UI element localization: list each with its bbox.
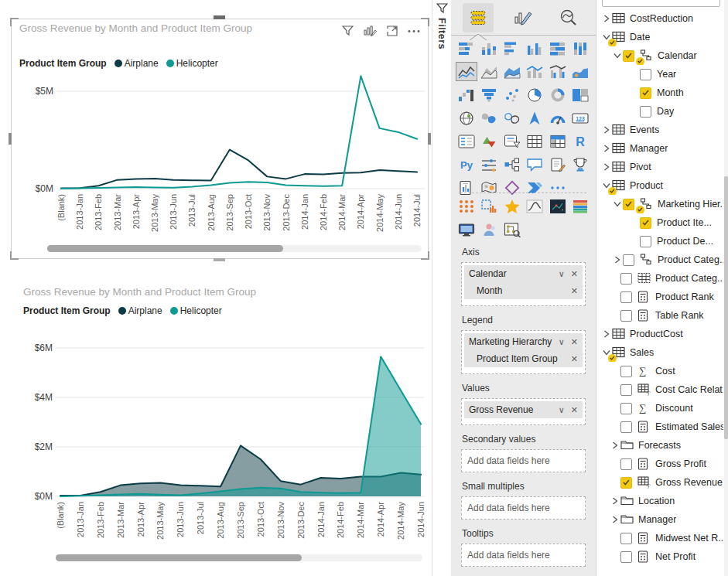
- stacked-bar-chart-icon[interactable]: [456, 39, 477, 58]
- multi-row-card-icon[interactable]: [456, 131, 477, 151]
- tab-format-visual[interactable]: [508, 3, 538, 32]
- chevron-down-icon[interactable]: ∨: [559, 405, 565, 415]
- field-row-calendar[interactable]: Calendar: [596, 46, 723, 65]
- checkbox-table-rank[interactable]: [620, 310, 632, 322]
- remove-field-icon[interactable]: ✕: [571, 405, 578, 415]
- hundred-stacked-column-chart-icon[interactable]: [569, 39, 591, 58]
- field-row-product-categ[interactable]: Product Categ...: [596, 251, 723, 269]
- custom-star-icon[interactable]: [501, 196, 523, 216]
- shape-map-icon[interactable]: [501, 108, 523, 128]
- custom-org-explorer-icon[interactable]: [501, 220, 523, 239]
- checkbox-year[interactable]: [640, 69, 651, 80]
- tab-build-visual[interactable]: [463, 3, 494, 32]
- checkbox-day[interactable]: [640, 106, 651, 118]
- well-legend[interactable]: Marketing Hierarchy∨✕Product Item Group✕: [461, 330, 586, 374]
- expand-chevron-icon[interactable]: [600, 329, 612, 339]
- field-row-product-rank[interactable]: Product Rank: [596, 288, 723, 306]
- legend-item-helicopter[interactable]: Helicopter: [170, 305, 222, 316]
- checkbox-product-de[interactable]: [640, 236, 651, 247]
- more-options-icon[interactable]: [547, 178, 569, 197]
- expand-chevron-icon[interactable]: [609, 496, 620, 506]
- custom-scatter-dark-icon[interactable]: [547, 196, 569, 216]
- field-row-discount[interactable]: ∑Discount: [596, 399, 723, 418]
- custom-people-icon[interactable]: [478, 220, 500, 239]
- area-chart-icon[interactable]: [478, 62, 500, 81]
- chart-h-scrollbar[interactable]: [56, 554, 422, 561]
- fields-scrollbar[interactable]: [724, 0, 728, 576]
- custom-play-axis-icon[interactable]: [478, 196, 500, 216]
- chart-h-scrollbar-thumb[interactable]: [56, 554, 302, 561]
- expand-chevron-icon[interactable]: [600, 143, 612, 154]
- smart-narrative-icon[interactable]: [547, 155, 569, 174]
- field-pill-calendar[interactable]: Calendar∨✕: [464, 265, 583, 282]
- report-canvas[interactable]: Gross Revenue by Month and Product Item …: [0, 0, 432, 576]
- table-icon[interactable]: [524, 131, 545, 151]
- well-small-multiples[interactable]: Add data fields here: [461, 496, 586, 520]
- python-visual-icon[interactable]: Py: [456, 155, 477, 174]
- field-row-date[interactable]: Date: [596, 28, 723, 46]
- field-row-location[interactable]: Location: [596, 492, 723, 510]
- field-row-manager[interactable]: Manager: [596, 139, 723, 158]
- field-row-marketing-hier[interactable]: Marketing Hier...: [596, 195, 723, 213]
- line-chart-visual[interactable]: Gross Revenue by Month and Product Item …: [11, 19, 429, 259]
- field-row-productcost[interactable]: ProductCost: [596, 325, 723, 343]
- drag-grip-top[interactable]: [214, 15, 225, 19]
- donut-chart-icon[interactable]: [547, 85, 569, 104]
- drag-grip-right[interactable]: [428, 133, 431, 145]
- remove-field-icon[interactable]: ✕: [571, 286, 578, 296]
- checkbox-midwest-net-r[interactable]: [620, 533, 632, 544]
- remove-field-icon[interactable]: ✕: [571, 337, 578, 347]
- key-influencers-icon[interactable]: [478, 155, 500, 174]
- clustered-bar-chart-icon[interactable]: [501, 39, 523, 58]
- checkbox-product-ite-checked[interactable]: [640, 217, 651, 229]
- field-row-manager[interactable]: Manager: [596, 510, 723, 529]
- expand-chevron-icon[interactable]: [611, 254, 623, 265]
- stacked-column-chart-icon[interactable]: [478, 39, 500, 58]
- arcgis-map-icon[interactable]: [478, 178, 500, 197]
- scatter-chart-icon[interactable]: [501, 85, 523, 104]
- field-row-table-rank[interactable]: Table Rank: [596, 306, 723, 325]
- checkbox-net-profit[interactable]: [620, 551, 632, 563]
- chevron-down-icon[interactable]: ∨: [559, 337, 565, 347]
- tab-analytics[interactable]: [553, 3, 584, 32]
- azure-map-icon[interactable]: [524, 108, 545, 128]
- q-and-a-icon[interactable]: [524, 155, 545, 174]
- field-row-product-ite[interactable]: Product Ite...: [596, 213, 723, 232]
- field-row-day[interactable]: Day: [596, 102, 723, 121]
- field-row-estimated-sales[interactable]: Estimated Sales: [596, 418, 723, 436]
- custom-curve-icon[interactable]: [524, 196, 545, 216]
- field-row-gross-revenue[interactable]: ∑Gross Revenue: [596, 473, 723, 492]
- chart-h-scrollbar-thumb[interactable]: [47, 245, 283, 252]
- expand-chevron-icon[interactable]: [600, 124, 612, 135]
- stacked-area-chart-icon[interactable]: [501, 62, 523, 81]
- checkbox-gross-revenue-checked[interactable]: [620, 477, 632, 489]
- well-secondary-values[interactable]: Add data fields here: [461, 449, 586, 472]
- more-options-icon[interactable]: [408, 29, 420, 33]
- area-chart-visual[interactable]: Gross Revenue by Month and Product Item …: [15, 280, 427, 572]
- line-chart-icon[interactable]: [456, 62, 477, 81]
- field-pill-marketing-hierarchy[interactable]: Marketing Hierarchy∨✕: [464, 333, 583, 350]
- ribbon-chart-icon[interactable]: [569, 62, 591, 81]
- checkbox-calendar-checked[interactable]: [623, 50, 634, 62]
- field-pill-product-item-group[interactable]: Product Item Group✕: [464, 350, 583, 367]
- field-row-gross-profit[interactable]: Gross Profit: [596, 455, 723, 473]
- field-row-year[interactable]: Year: [596, 65, 723, 84]
- checkbox-product-rank[interactable]: [620, 291, 632, 303]
- well-values[interactable]: Gross Revenue∨✕: [461, 398, 586, 425]
- field-row-product[interactable]: Product: [596, 176, 723, 195]
- paginated-report-icon[interactable]: [456, 178, 477, 197]
- clustered-column-chart-icon[interactable]: [524, 39, 545, 58]
- field-row-sales[interactable]: Sales: [596, 343, 723, 362]
- pie-chart-icon[interactable]: [524, 85, 545, 104]
- fields-search-input[interactable]: [602, 0, 720, 7]
- line-and-clustered-column-chart-icon[interactable]: [547, 62, 569, 81]
- checkbox-product-categ[interactable]: [623, 254, 634, 266]
- hundred-stacked-bar-chart-icon[interactable]: [547, 39, 569, 58]
- checkbox-estimated-sales[interactable]: [620, 421, 632, 433]
- drag-grip-bottom[interactable]: [214, 258, 225, 261]
- power-automate-icon[interactable]: [524, 178, 545, 197]
- remove-field-icon[interactable]: ✕: [571, 269, 578, 279]
- field-row-product-categ[interactable]: Product Categ...: [596, 269, 723, 288]
- gauge-icon[interactable]: [547, 108, 569, 128]
- filled-map-icon[interactable]: [478, 108, 500, 128]
